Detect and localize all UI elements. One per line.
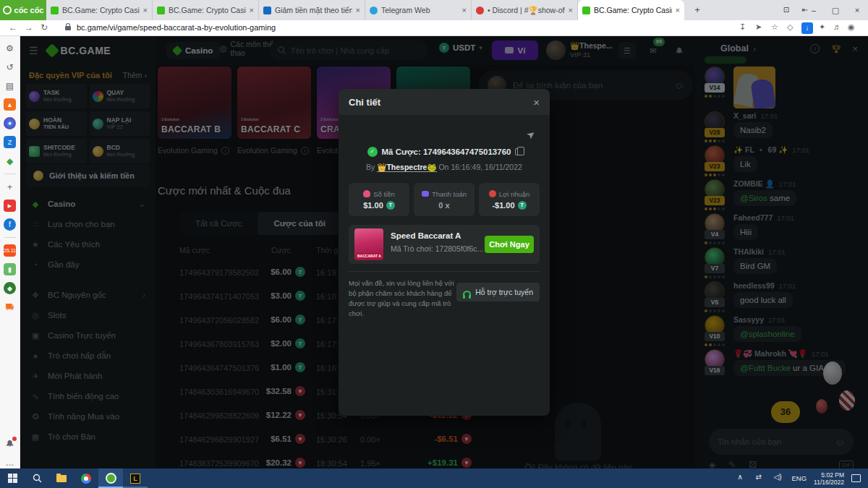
battery-saver-icon[interactable]: ▮ <box>4 263 16 275</box>
modal-close-icon[interactable]: × <box>533 96 540 108</box>
profile-avatar-icon[interactable]: ◉ <box>848 22 855 32</box>
media-icon[interactable]: ♬ <box>833 22 841 31</box>
coccoc-logo-icon <box>3 6 12 14</box>
browser-tab-5[interactable]: • Discord | #🏆show-off-you × <box>472 0 578 20</box>
file-explorer-icon[interactable] <box>49 468 74 488</box>
bet-details-modal: Chi tiết × ➤ ✓ Mã Cược: 1749643647475013… <box>339 89 550 416</box>
coccoc-logo-label: cốc cốc <box>14 6 44 14</box>
start-button[interactable] <box>0 468 25 488</box>
tab-close-icon[interactable]: × <box>356 6 360 14</box>
bcgame-favicon <box>157 7 165 14</box>
hot-trends-icon[interactable]: ▲ <box>4 98 16 111</box>
save-page-icon[interactable]: ↧ <box>739 22 746 32</box>
forward-icon[interactable]: → <box>25 22 33 33</box>
rail-divider <box>4 174 16 174</box>
stat-payout: Thanh toán 0 x <box>414 183 475 216</box>
download-manager-icon[interactable]: ↓ <box>801 22 813 34</box>
reload-icon[interactable]: ↻ <box>41 22 48 33</box>
copy-icon[interactable] <box>515 148 521 155</box>
games-icon[interactable]: ◆ <box>4 155 16 167</box>
youtube-icon[interactable]: ▶ <box>4 200 16 212</box>
discord-favicon <box>476 7 484 14</box>
coccoc-logo[interactable]: cốc cốc <box>0 0 46 20</box>
stat-amount: Số tiền $1.00T <box>349 183 409 216</box>
history-icon[interactable]: ↺ <box>4 61 16 73</box>
shopping-cart-icon[interactable]: ⛟ <box>4 301 16 313</box>
tab-close-icon[interactable]: × <box>143 6 148 14</box>
page-favicon <box>263 7 271 14</box>
bet-meta-row: By 👑Thespectre🐸 On 16:16:49, 16/11/2022 <box>339 163 550 172</box>
zalo-icon[interactable]: Z <box>4 136 16 148</box>
money-bag-icon <box>363 190 370 197</box>
game-thumbnail[interactable]: BACCARAT A <box>354 228 383 260</box>
lock-icon <box>65 26 71 30</box>
settings-gear-icon[interactable]: ⚙ <box>4 42 16 54</box>
profit-icon <box>489 190 496 197</box>
window-close-button[interactable]: × <box>846 0 868 20</box>
address-url[interactable]: bc.game/vi/game/speed-baccarat-a-by-evol… <box>77 23 276 32</box>
add-shortcut-icon[interactable]: + <box>4 181 16 193</box>
volume-icon[interactable]: ◁) <box>773 473 784 484</box>
coccoc-taskbar-icon[interactable] <box>98 468 123 488</box>
modal-titlebar: Chi tiết × <box>339 89 550 115</box>
taskbar-clock[interactable]: 5:02 PM 11/16/2022 <box>814 471 844 486</box>
tab-close-icon[interactable]: × <box>462 6 467 14</box>
rail-more-icon[interactable]: … <box>4 456 16 468</box>
support-text: Mọi vấn đề, xin vui lòng liên hệ với bộ … <box>349 278 463 319</box>
taskbar-search-icon[interactable] <box>25 468 49 488</box>
tab-close-icon[interactable]: × <box>250 6 254 14</box>
screen: cốc cốc BC.Game: Crypto Casino Gam × BC.… <box>0 0 868 488</box>
chrome-icon[interactable] <box>74 468 98 488</box>
browser-tab-4[interactable]: Telegram Web × <box>365 0 472 20</box>
windows-taskbar: L ∧ ⇄ ◁) ENG 5:02 PM 11/16/2022 <box>0 468 868 488</box>
headset-icon <box>463 291 471 296</box>
share-page-icon[interactable]: ➤ <box>755 22 762 32</box>
bet-stats: Số tiền $1.00T Thanh toán 0 x Lợi nhuận … <box>349 183 540 216</box>
play-now-button[interactable]: Chơi Ngay <box>485 236 534 253</box>
browser-tab-2[interactable]: BC.Game: Crypto Casino Gam × <box>153 0 259 20</box>
taskbar-tray: ∧ ⇄ ◁) ENG 5:02 PM 11/16/2022 <box>737 468 868 488</box>
telegram-favicon <box>370 7 378 14</box>
verified-shield-icon: ✓ <box>367 147 378 157</box>
bookmark-star-icon[interactable]: ☆ <box>771 22 778 32</box>
feed-icon[interactable]: ▤ <box>4 80 16 92</box>
window-minimize-button[interactable]: – <box>803 0 825 20</box>
browser-tab-1[interactable]: BC.Game: Crypto Casino Gam × <box>46 0 153 20</box>
live-support-button[interactable]: Hỗ trợ trực tuyến <box>456 283 540 301</box>
tab-close-icon[interactable]: × <box>676 6 680 14</box>
tab-close-icon[interactable]: × <box>569 6 573 14</box>
network-icon[interactable]: ⇄ <box>755 473 766 484</box>
new-tab-button[interactable]: + <box>691 4 704 17</box>
action-center-icon[interactable] <box>851 474 861 482</box>
education-icon[interactable]: ◆ <box>4 282 16 294</box>
browser-tab-active[interactable]: BC.Game: Crypto Casino Gam × <box>578 0 684 20</box>
share-icon[interactable]: ➤ <box>524 127 538 142</box>
shopee-icon[interactable]: 25.11 <box>4 244 16 257</box>
browser-urlbar: ← → ↻ bc.game/vi/game/speed-baccarat-a-b… <box>0 20 868 36</box>
extensions-icon[interactable]: ✦ <box>819 22 825 32</box>
browser-tab-3[interactable]: Giảm tiền mặt theo tiến hóa × <box>259 0 365 20</box>
hidden-icons-chevron[interactable]: ∧ <box>737 473 748 484</box>
game-id-row: Mã Trò chơi: 172805f0f6c... <box>391 244 493 253</box>
messenger-icon[interactable]: ✦ <box>4 117 16 129</box>
game-name: Speed Baccarat A <box>391 231 461 240</box>
facebook-icon[interactable]: f <box>4 218 16 231</box>
bet-id-value: 1749643647475013760 <box>423 147 511 156</box>
language-indicator[interactable]: ENG <box>791 474 807 482</box>
rail-divider <box>4 237 16 238</box>
usdt-coin-icon: T <box>518 201 527 210</box>
bet-author[interactable]: 👑Thespectre🐸 <box>377 163 436 172</box>
adblock-shield-icon[interactable]: ◇ <box>787 22 793 32</box>
back-icon[interactable]: ← <box>9 22 17 33</box>
usdt-coin-icon: T <box>386 201 395 210</box>
stat-profit: Lợi nhuận -$1.00T <box>479 183 540 216</box>
window-maximize-button[interactable]: ▢ <box>825 0 846 20</box>
divider <box>349 271 540 272</box>
league-of-legends-icon[interactable]: L <box>123 468 148 488</box>
browser-tabstrip: cốc cốc BC.Game: Crypto Casino Gam × BC.… <box>0 0 868 20</box>
payment-card-icon <box>422 191 429 197</box>
modal-title: Chi tiết <box>349 97 533 108</box>
game-card: BACCARAT A Speed Baccarat A Mã Trò chơi:… <box>349 225 540 264</box>
bet-datetime: 16:16:49, 16/11/2022 <box>451 163 522 171</box>
notifications-bell-icon[interactable]: 🔔︎ <box>4 437 16 450</box>
